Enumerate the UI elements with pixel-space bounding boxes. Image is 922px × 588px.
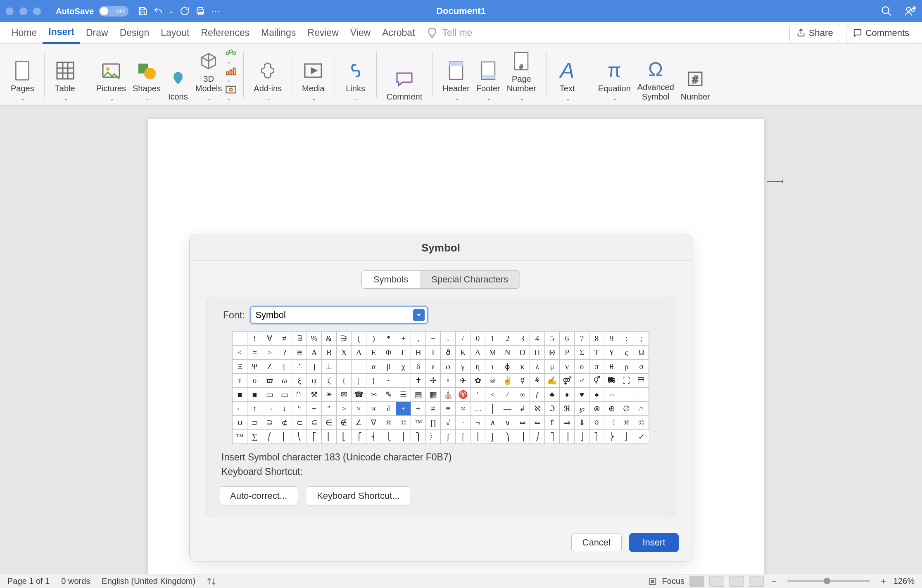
zoom-out-button[interactable]: − [769, 576, 779, 587]
symbol-cell[interactable]: ⎞ [500, 430, 515, 444]
symbol-cell[interactable]: ✌ [500, 374, 515, 388]
zoom-value[interactable]: 126% [893, 576, 915, 586]
symbol-cell[interactable]: Ν [500, 346, 515, 360]
language-indicator[interactable]: English (United Kingdom) [102, 576, 195, 586]
symbol-cell[interactable]: ⌡ [485, 430, 500, 444]
symbol-cell[interactable]: ⎛ [262, 430, 277, 444]
symbol-cell[interactable]: Φ [381, 346, 396, 360]
3d-models-button[interactable]: 3D Models ⌄ [192, 50, 225, 102]
page-indicator[interactable]: Page 1 of 1 [7, 576, 50, 586]
symbol-cell[interactable]: ℑ [545, 402, 560, 416]
symbol-cell[interactable]: ⛟ [604, 374, 619, 388]
symbol-cell[interactable]: ⇑ [545, 416, 560, 430]
symbol-cell[interactable]: 3 [515, 332, 530, 346]
symbol-cell[interactable]: ξ [292, 374, 307, 388]
symbol-cell[interactable]: ♣ [545, 388, 560, 402]
symbol-cell[interactable]: γ [456, 360, 471, 374]
symbol-cell[interactable] [634, 388, 649, 402]
tab-view[interactable]: View [345, 22, 376, 44]
symbol-cell[interactable]: ⎠ [530, 430, 545, 444]
symbol-cell[interactable]: ⇓ [575, 416, 589, 430]
symbol-cell[interactable]: 1 [485, 332, 500, 346]
symbol-cell[interactable]: ⌠ [456, 430, 471, 444]
comment-button[interactable]: Comment [383, 68, 426, 102]
symbol-cell[interactable]: ≅ [292, 346, 307, 360]
symbol-cell[interactable]: 4 [530, 332, 545, 346]
symbol-cell[interactable]: ◊ [589, 416, 604, 430]
symbol-cell[interactable]: ƒ [530, 388, 545, 402]
symbol-cell[interactable]: ι [485, 360, 500, 374]
symbol-cell[interactable]: ® [381, 416, 396, 430]
tab-layout[interactable]: Layout [155, 22, 195, 44]
symbol-cell[interactable]: 9 [604, 332, 619, 346]
symbol-cell[interactable] [619, 388, 634, 402]
symbol-cell[interactable]: ⊗ [589, 402, 604, 416]
symbol-cell[interactable]: η [471, 360, 485, 374]
symbol-cell[interactable]: ∠ [352, 416, 366, 430]
symbol-cell[interactable]: ⎥ [560, 430, 575, 444]
tab-draw[interactable]: Draw [80, 22, 114, 44]
footer-button[interactable]: Footer ⌄ [473, 60, 504, 102]
symbol-cell[interactable] [233, 332, 247, 346]
symbol-cell[interactable]: ✓ [634, 430, 649, 444]
symbol-cell[interactable]: √ [441, 416, 456, 430]
symbol-cell[interactable]: ⊃ [247, 416, 262, 430]
more-icon[interactable]: ⋯ [211, 6, 220, 17]
zoom-slider[interactable] [787, 580, 870, 582]
symbol-cell[interactable]: ~ [381, 374, 396, 388]
symbol-cell[interactable]: Ζ [262, 360, 277, 374]
search-icon[interactable] [881, 5, 892, 17]
symbol-cell[interactable]: ⊆ [307, 416, 322, 430]
symbol-cell[interactable]: ✿ [471, 374, 485, 388]
symbol-cell[interactable]: ∝ [366, 402, 381, 416]
share-button[interactable]: Share [789, 24, 840, 42]
symbol-cell[interactable]: ω [277, 374, 292, 388]
view-web-layout[interactable] [709, 576, 724, 587]
symbol-cell[interactable]: ✢ [426, 374, 441, 388]
tab-design[interactable]: Design [114, 22, 155, 44]
symbol-cell[interactable]: ⚤ [560, 374, 575, 388]
symbol-cell[interactable]: ✉ [337, 388, 352, 402]
symbol-cell[interactable]: Κ [456, 346, 471, 360]
symbol-cell[interactable]: % [307, 332, 322, 346]
symbol-cell[interactable]: → [262, 402, 277, 416]
symbol-cell[interactable]: ′ [471, 388, 485, 402]
symbol-cell[interactable]: ⎩ [381, 430, 396, 444]
symbol-cell[interactable]: Υ [604, 346, 619, 360]
header-button[interactable]: Header ⌄ [439, 60, 473, 102]
symbol-cell[interactable]: ≠ [426, 402, 441, 416]
symbol-cell[interactable]: ∨ [500, 416, 515, 430]
symbol-cell[interactable]: ⚘ [530, 374, 545, 388]
symbol-cell[interactable]: ⊇ [262, 416, 277, 430]
symbol-cell[interactable]: ⎨ [366, 430, 381, 444]
symbol-cell[interactable]: ® [619, 416, 634, 430]
symbol-cell[interactable]: ↑ [247, 402, 262, 416]
word-count[interactable]: 0 words [61, 576, 90, 586]
symbol-cell[interactable]: ⛫ [292, 388, 307, 402]
symbol-cell[interactable]: Ο [515, 346, 530, 360]
symbol-cell[interactable]: + [396, 332, 411, 346]
symbol-cell[interactable]: ∴ [292, 360, 307, 374]
symbol-cell[interactable]: ⇐ [530, 416, 545, 430]
symbol-cell[interactable]: … [471, 402, 485, 416]
page-number-button[interactable]: # Page Number ⌄ [504, 50, 539, 102]
view-draft[interactable] [749, 576, 764, 587]
symbol-cell[interactable]: ↓ [277, 402, 292, 416]
symbol-cell[interactable]: ♀ [441, 374, 456, 388]
symbol-cell[interactable]: Δ [352, 346, 366, 360]
print-icon[interactable] [195, 6, 205, 16]
symbol-cell[interactable]: Χ [337, 346, 352, 360]
symbol-cell[interactable]: } [366, 374, 381, 388]
symbol-cell[interactable]: ⋅ [456, 416, 471, 430]
symbol-cell[interactable]: χ [396, 360, 411, 374]
symbol-cell[interactable]: ∏ [426, 416, 441, 430]
symbol-cell[interactable]: ∇ [366, 416, 381, 430]
symbol-cell[interactable]: ♦ [560, 388, 575, 402]
symbol-cell[interactable]: ↲ [515, 402, 530, 416]
focus-icon[interactable] [648, 577, 657, 586]
tab-mailings[interactable]: Mailings [255, 22, 302, 44]
symbol-cell[interactable]: Σ [575, 346, 589, 360]
symbol-cell[interactable]: ♠ [589, 388, 604, 402]
smartart-icon[interactable]: ⌄ [225, 49, 237, 65]
symbol-cell[interactable]: ν [560, 360, 575, 374]
